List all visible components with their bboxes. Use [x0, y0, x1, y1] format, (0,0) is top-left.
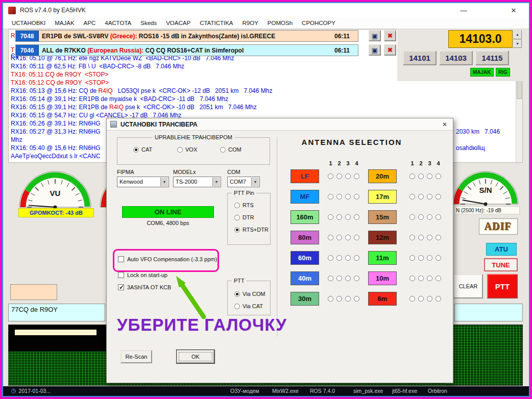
rx-message-field[interactable] — [454, 304, 523, 321]
band-button-40m[interactable]: 40m — [291, 271, 319, 285]
com-select[interactable]: COM7 ▼ — [227, 177, 260, 187]
radio-option-rts-dtr[interactable]: RTS+DTR — [234, 227, 269, 233]
antenna-radio-12m-3[interactable] — [427, 235, 432, 240]
taskbar-app-mixw2-exe[interactable]: MixW2.exe — [272, 388, 299, 394]
band-button-20m[interactable]: 20m — [368, 169, 397, 183]
banner-log-button[interactable]: ▣ — [369, 30, 381, 41]
antenna-radio-17m-2[interactable] — [418, 194, 424, 199]
checkbox-box[interactable] — [118, 284, 124, 290]
antenna-radio-40m-4[interactable] — [354, 276, 359, 281]
radio-option-cat[interactable]: CAT — [133, 146, 152, 153]
antenna-radio-60m-4[interactable] — [354, 255, 359, 261]
antenna-radio-160m-3[interactable] — [345, 214, 351, 220]
antenna-radio-40m-1[interactable] — [328, 276, 333, 281]
atu-button[interactable]: ATU — [486, 243, 517, 256]
antenna-radio-15m-3[interactable] — [427, 214, 432, 220]
antenna-radio-20m-3[interactable] — [427, 173, 432, 179]
rig-button[interactable]: RIG — [496, 68, 510, 77]
antenna-radio-12m-2[interactable] — [418, 235, 424, 240]
antenna-radio-17m-3[interactable] — [427, 194, 432, 199]
band-button-17m[interactable]: 17m — [368, 190, 397, 204]
chevron-down-icon[interactable]: ▼ — [160, 178, 168, 186]
minimize-button[interactable]: — — [452, 3, 475, 17]
antenna-radio-15m-1[interactable] — [409, 214, 415, 220]
radio-option-com[interactable]: COM — [220, 146, 241, 153]
band-button-15m[interactable]: 15m — [368, 210, 397, 224]
radio-button[interactable] — [234, 304, 240, 309]
antenna-radio-80m-3[interactable] — [345, 235, 351, 240]
taskbar-app-ros-7-4-0[interactable]: ROS 7.4.0 — [310, 388, 335, 394]
radio-button[interactable] — [234, 227, 240, 233]
antenna-radio-11m-2[interactable] — [418, 255, 424, 261]
majak-button[interactable]: MAJAK — [470, 68, 494, 77]
antenna-radio-160m-1[interactable] — [328, 214, 333, 220]
clear-button[interactable]: CLEAR — [453, 274, 483, 298]
antenna-radio-6m-1[interactable] — [409, 296, 415, 302]
radio-button[interactable] — [234, 291, 240, 297]
tune-button[interactable]: TUNE — [484, 258, 518, 271]
antenna-radio-12m-4[interactable] — [436, 235, 441, 240]
antenna-radio-lf-3[interactable] — [345, 173, 351, 179]
antenna-radio-160m-4[interactable] — [354, 214, 359, 220]
antenna-radio-160m-2[interactable] — [336, 214, 342, 220]
preset-frequency-button[interactable]: 14103 — [439, 51, 473, 65]
band-button-10m[interactable]: 10m — [368, 271, 397, 285]
message-banner[interactable]: 7048 ER1PB de SWL-SV8RV (Greece): ROS16 … — [15, 30, 358, 42]
antenna-radio-40m-2[interactable] — [336, 276, 342, 281]
antenna-radio-30m-2[interactable] — [336, 296, 342, 302]
antenna-radio-20m-2[interactable] — [418, 173, 424, 179]
antenna-radio-6m-2[interactable] — [418, 296, 424, 302]
antenna-radio-lf-4[interactable] — [354, 173, 359, 179]
antenna-radio-80m-2[interactable] — [336, 235, 342, 240]
rescan-button[interactable]: Re-Scan — [120, 350, 152, 363]
antenna-radio-40m-3[interactable] — [345, 276, 351, 281]
antenna-radio-15m-2[interactable] — [418, 214, 424, 220]
antenna-radio-lf-1[interactable] — [328, 173, 333, 179]
band-button-mf[interactable]: MF — [291, 190, 319, 204]
message-banner[interactable]: 7046 ALL de R7KKO (European Russia): CQ … — [15, 44, 358, 56]
radio-button[interactable] — [234, 203, 240, 208]
antenna-radio-80m-1[interactable] — [328, 235, 333, 240]
taskbar-app-озу-модем[interactable]: ОЗУ-модем — [230, 388, 259, 394]
antenna-radio-mf-4[interactable] — [354, 194, 359, 199]
menu-item-pomosh[interactable]: POMOSh — [263, 20, 297, 26]
antenna-radio-30m-4[interactable] — [354, 296, 359, 302]
radio-button[interactable] — [133, 147, 139, 153]
antenna-radio-11m-3[interactable] — [427, 255, 432, 261]
ptt-button[interactable]: PTT — [487, 274, 518, 298]
band-button-80m[interactable]: 80m — [291, 231, 319, 244]
antenna-radio-10m-3[interactable] — [427, 276, 432, 281]
radio-option-via-cat[interactable]: Via CAT — [234, 303, 263, 309]
checkbox-3ashita-ot-kcb[interactable]: 3AShITA OT KCB — [118, 284, 171, 290]
dialog-close-button[interactable]: ✕ — [440, 120, 450, 129]
band-button-30m[interactable]: 30m — [291, 292, 319, 306]
antenna-radio-6m-4[interactable] — [436, 296, 441, 302]
antenna-radio-30m-3[interactable] — [345, 296, 351, 302]
tx-message-field[interactable]: 77CQ de R9OY — [8, 304, 105, 321]
antenna-radio-11m-1[interactable] — [409, 255, 415, 261]
model-select[interactable]: TS-2000 ▼ — [173, 177, 221, 187]
band-button-60m[interactable]: 60m — [291, 251, 319, 265]
antenna-radio-80m-4[interactable] — [354, 235, 359, 240]
antenna-radio-10m-1[interactable] — [409, 276, 415, 281]
band-button-11m[interactable]: 11m — [368, 251, 397, 265]
antenna-radio-mf-3[interactable] — [345, 194, 351, 199]
menu-item-majak[interactable]: MAJAK — [50, 20, 79, 26]
radio-button[interactable] — [234, 215, 240, 220]
banner-delete-button[interactable]: ✖ — [384, 30, 396, 41]
entry-field[interactable] — [10, 284, 57, 300]
taskbar-clock[interactable]: ◷2017-01-03... — [11, 387, 51, 394]
banner-log-button[interactable]: ▣ — [369, 44, 381, 56]
antenna-radio-6m-3[interactable] — [427, 296, 432, 302]
radio-button[interactable] — [220, 147, 226, 153]
menu-item-ctatictika[interactable]: CTATICTIKA — [195, 20, 237, 26]
checkbox-auto-vfo-compensation-3-3-ppm[interactable]: Auto VFO Compensation (-3.3 ppm) — [118, 256, 217, 262]
antenna-radio-60m-1[interactable] — [328, 255, 333, 261]
antenna-radio-60m-3[interactable] — [345, 255, 351, 261]
band-button-6m[interactable]: 6m — [368, 292, 397, 306]
radio-option-dtr[interactable]: DTR — [234, 214, 254, 220]
antenna-radio-11m-4[interactable] — [436, 255, 441, 261]
antenna-radio-10m-2[interactable] — [418, 276, 424, 281]
adif-button[interactable]: ADIF — [479, 218, 518, 235]
radio-button[interactable] — [177, 147, 183, 153]
